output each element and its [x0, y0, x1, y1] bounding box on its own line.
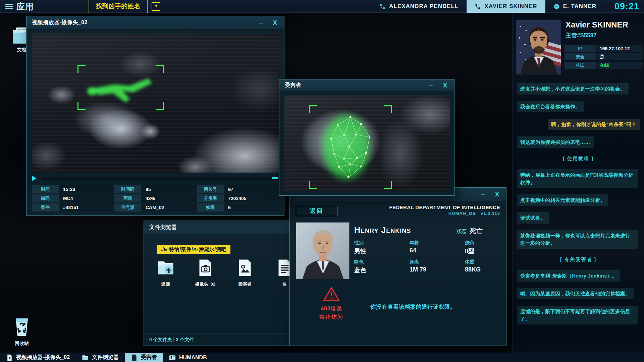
meta-value: MC4 — [60, 194, 113, 202]
person-field: 身高1M 79 — [410, 259, 465, 274]
info-label: 状态 — [565, 62, 596, 69]
contact-tab-e-tanner[interactable]: E. TANNER — [545, 0, 604, 13]
meta-value: 15:33 — [60, 185, 113, 193]
henry-jenkins-portrait — [296, 223, 350, 279]
desktop-icon-recycle-bin[interactable]: 回收站 — [7, 316, 36, 347]
meta-label: 分辨率 — [197, 194, 224, 202]
chat-message: 嗯。因为某些原因，我们无法查看他的完整档案。 — [517, 288, 634, 299]
minimize-button[interactable]: – — [477, 189, 489, 199]
play-button[interactable] — [32, 176, 37, 181]
meta-label: 画质 — [114, 194, 141, 202]
victim-photo[interactable] — [284, 96, 450, 191]
scan-bracket — [384, 105, 392, 113]
taskbar-item-label: 受害者 — [141, 354, 157, 361]
phone-icon — [475, 3, 481, 10]
file-item-folder-up[interactable]: 返回 — [154, 258, 177, 287]
face-scan-region[interactable] — [311, 107, 390, 187]
person-photo[interactable] — [296, 222, 350, 279]
app-name: HUMAN_DB — [448, 211, 476, 216]
apps-menu-button[interactable]: 应用 — [5, 0, 34, 13]
taskbar-item[interactable]: HUMANDB — [163, 353, 213, 362]
chat-message: 请试试看。 — [517, 212, 549, 224]
folder-icon — [82, 354, 89, 361]
chat-message: 啊，抱歉，你刚才说的是“凶杀案”吗？ — [548, 119, 640, 130]
chat-section-divider: [ 使用教程 ] — [563, 154, 594, 163]
field-value: II型 — [465, 247, 502, 255]
window-title: 受害者 — [279, 82, 302, 89]
chat-message: 进度并不理想，不过这应该是一次学习的机会。 — [517, 83, 629, 95]
badge-icon — [553, 3, 560, 10]
window-titlebar[interactable]: 受害者 – X — [279, 79, 454, 92]
file-item-label: 摄像头_02 — [194, 281, 217, 287]
field-value: 64 — [410, 247, 465, 254]
phone-icon — [379, 3, 386, 10]
chat-message: 我会在后台看着你来操作。 — [517, 101, 584, 112]
stool — [141, 123, 160, 139]
objective-text: 找到凶手的姓名 — [89, 2, 147, 11]
info-label: 安全 — [565, 53, 596, 60]
scan-bracket — [309, 105, 317, 113]
person-status: 状态 死亡 — [457, 227, 483, 235]
folder-up-icon — [156, 258, 175, 277]
taskbar-item[interactable]: 受害者 — [125, 353, 163, 362]
field-value: 蓝色 — [354, 266, 410, 274]
seek-bar[interactable] — [41, 177, 279, 180]
breadcrumb: ./E·特纳/案件/A·潘黛尔/酒吧 — [157, 245, 230, 254]
window-titlebar[interactable]: 视频播放器-摄像头_02 – X — [26, 16, 284, 29]
contact-role: 主管#S5587 — [566, 32, 597, 39]
chat-log: 进度并不理想，不过这应该是一次学习的机会。我会在后台看着你来操作。啊，抱歉，你刚… — [517, 83, 640, 324]
contact-name: Xavier SKINNER — [566, 20, 628, 29]
contact-tab-xavier-skinner[interactable]: XAVIER SKINNER — [467, 0, 545, 13]
info-label: IP — [565, 45, 596, 52]
file-item-camera-file[interactable]: 摄像头_02 — [194, 258, 217, 287]
surveillance-video[interactable] — [32, 34, 279, 173]
field-label: 身高 — [410, 259, 465, 265]
window-title: 文件浏览器 — [144, 224, 177, 231]
field-label: 瞳色 — [354, 259, 410, 265]
meta-value: CAM_02 — [142, 203, 196, 212]
scan-bracket — [156, 102, 164, 110]
back-button[interactable]: 返回 — [296, 206, 337, 216]
file-item-image-file[interactable]: 受害者 — [233, 258, 257, 287]
meta-value: 95 — [142, 185, 196, 193]
clock: 09:21 — [614, 0, 639, 13]
id-card-icon — [169, 354, 176, 361]
meta-value: 720x405 — [225, 194, 279, 202]
contact-tabs: ALEXANDRA PENDELLXAVIER SKINNERE. TANNER — [371, 0, 604, 13]
objective-bar: 找到凶手的姓名 ? — [89, 0, 160, 13]
help-button[interactable]: ? — [152, 2, 160, 11]
info-value: 是 — [597, 53, 643, 60]
minimize-button[interactable]: – — [255, 18, 267, 28]
contact-tab-label: ALEXANDRA PENDELL — [389, 3, 459, 10]
hamburger-icon — [5, 3, 13, 10]
taskbar-item-label: 文件浏览器 — [92, 354, 119, 361]
video-file-icon — [6, 354, 13, 361]
scan-bracket — [309, 181, 317, 189]
close-icon[interactable]: X — [269, 18, 281, 28]
meta-value: #48151 — [60, 203, 113, 212]
top-bar: 应用 找到凶手的姓名 ? ALEXANDRA PENDELLXAVIER SKI… — [0, 0, 644, 13]
minimize-button[interactable]: – — [425, 80, 437, 90]
error-label: 禁止访问 — [311, 314, 352, 321]
taskbar-item[interactable]: 文件浏览器 — [76, 353, 125, 362]
close-icon[interactable]: X — [491, 189, 503, 199]
chat-message: 受害者是亨利·詹金斯（Henry Jenkins）。 — [517, 270, 620, 282]
taskbar-item[interactable]: 视频播放器-摄像头_02 — [0, 353, 76, 362]
window-titlebar[interactable]: 文件浏览器 — [144, 221, 304, 234]
close-icon[interactable]: X — [439, 80, 451, 90]
meta-label: 帧率 — [197, 203, 224, 212]
file-list: 返回摄像头_02受害者名 — [154, 258, 296, 287]
contact-info-table: IP166.27.107.12安全是状态在线 — [565, 45, 643, 69]
chat-message: 点击视频中的相关元素就能触发分析。 — [517, 194, 608, 206]
contact-tab-alexandra-pendell[interactable]: ALEXANDRA PENDELL — [371, 0, 467, 13]
person-field: 瞳色蓝色 — [354, 259, 410, 274]
meta-value: 6 — [225, 203, 279, 212]
info-value: 在线 — [597, 62, 643, 69]
status-value: 死亡 — [470, 227, 483, 235]
app-version: v1.2.116 — [481, 211, 500, 216]
video-timebar — [32, 176, 279, 181]
messenger-sidebar: Xavier SKINNER 主管#S5587 IP166.27.107.12安… — [512, 13, 644, 353]
field-value: 88KG — [465, 266, 502, 273]
xavier-skinner-portrait — [516, 20, 561, 74]
body-highlight-region[interactable] — [79, 67, 162, 108]
